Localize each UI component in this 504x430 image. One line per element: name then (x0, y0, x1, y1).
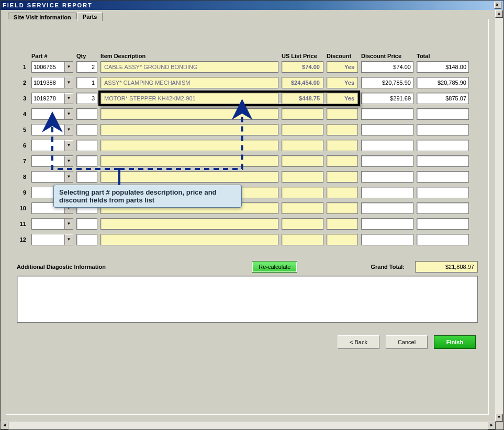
item-description: MOTOR* STEPPER KH42KM2-901 (100, 93, 278, 104)
scroll-up-button[interactable]: ▲ (495, 10, 503, 18)
discount-flag (327, 202, 358, 214)
discount-flag (327, 171, 358, 183)
row-number: 3 (17, 95, 28, 101)
qty-input[interactable] (76, 218, 97, 230)
discount-price-input[interactable] (361, 187, 413, 198)
discount-price-input[interactable] (361, 124, 413, 135)
qty-input[interactable] (76, 108, 97, 120)
part-combo[interactable]: ▼ (31, 93, 73, 104)
qty-input[interactable] (76, 124, 97, 135)
discount-price-input[interactable] (361, 218, 413, 230)
row-total-input[interactable] (417, 234, 469, 245)
tab-parts[interactable]: Parts (77, 12, 103, 21)
chevron-down-icon[interactable]: ▼ (64, 77, 73, 88)
chevron-down-icon[interactable]: ▼ (64, 93, 73, 104)
discount-flag (327, 140, 358, 151)
part-input[interactable] (32, 93, 64, 104)
discount-flag (327, 218, 358, 230)
item-description (100, 171, 278, 183)
chevron-down-icon[interactable]: ▼ (64, 234, 73, 245)
part-combo[interactable]: ▼ (31, 140, 73, 151)
row-total-input[interactable] (417, 171, 469, 183)
chevron-down-icon[interactable]: ▼ (64, 140, 73, 151)
row-total-input[interactable] (417, 108, 469, 120)
col-dprice: Discount Price (361, 53, 413, 61)
hscroll-track[interactable] (8, 422, 488, 429)
part-combo[interactable]: ▼ (31, 218, 73, 230)
list-price (282, 124, 323, 135)
item-description: ASSY* CLAMPING MECHANISM (100, 77, 278, 88)
part-input[interactable] (32, 62, 64, 72)
part-combo[interactable]: ▼ (31, 77, 73, 88)
part-input[interactable] (32, 234, 64, 245)
resize-grip[interactable] (496, 422, 503, 429)
part-input[interactable] (32, 172, 64, 182)
discount-price-input[interactable] (361, 202, 413, 214)
part-combo[interactable]: ▼ (31, 61, 73, 73)
qty-input[interactable] (76, 234, 97, 245)
scroll-left-button[interactable]: ◄ (1, 422, 8, 429)
discount-price-input[interactable] (361, 155, 413, 167)
row-number: 8 (17, 174, 28, 180)
col-desc: Item Description (100, 53, 278, 61)
chevron-down-icon[interactable]: ▼ (64, 109, 73, 119)
row-total-input[interactable] (417, 140, 469, 151)
discount-flag: Yes (327, 93, 358, 104)
discount-price-input[interactable] (361, 234, 413, 245)
part-input[interactable] (32, 125, 64, 135)
discount-price-input[interactable] (361, 108, 413, 120)
back-button[interactable]: < Back (338, 335, 379, 349)
titlebar: FIELD SERVICE REPORT × (1, 1, 503, 10)
discount-price-input[interactable] (361, 93, 413, 104)
scroll-right-button[interactable]: ► (488, 422, 496, 429)
qty-input[interactable] (76, 61, 97, 73)
part-input[interactable] (32, 77, 64, 88)
vscroll-track[interactable] (495, 18, 503, 414)
row-total-input[interactable] (417, 77, 469, 88)
part-input[interactable] (32, 140, 64, 151)
discount-price-input[interactable] (361, 77, 413, 88)
part-combo[interactable]: ▼ (31, 124, 73, 135)
discount-price-input[interactable] (361, 61, 413, 73)
row-number: 6 (17, 142, 28, 149)
qty-input[interactable] (76, 171, 97, 183)
part-input[interactable] (32, 156, 64, 166)
part-input[interactable] (32, 219, 64, 229)
row-total-input[interactable] (417, 93, 469, 104)
scroll-down-button[interactable]: ▼ (495, 414, 503, 422)
chevron-down-icon[interactable]: ▼ (64, 172, 73, 182)
recalculate-button[interactable]: Re-calculate (252, 261, 297, 273)
part-combo[interactable]: ▼ (31, 234, 73, 245)
part-combo[interactable]: ▼ (31, 171, 73, 183)
qty-input[interactable] (76, 140, 97, 151)
row-number: 7 (17, 158, 28, 164)
diagnostic-textarea[interactable] (17, 276, 478, 323)
discount-price-input[interactable] (361, 140, 413, 151)
chevron-down-icon[interactable]: ▼ (64, 62, 73, 72)
qty-input[interactable] (76, 77, 97, 88)
qty-input[interactable] (76, 93, 97, 104)
row-total-input[interactable] (417, 218, 469, 230)
chevron-down-icon[interactable]: ▼ (64, 156, 73, 166)
chevron-down-icon[interactable]: ▼ (64, 219, 73, 229)
discount-flag (327, 155, 358, 167)
item-description (100, 108, 278, 120)
list-price (282, 187, 323, 198)
list-price (282, 140, 323, 151)
discount-price-input[interactable] (361, 171, 413, 183)
finish-button[interactable]: Finish (434, 335, 476, 349)
qty-input[interactable] (76, 155, 97, 167)
cancel-button[interactable]: Cancel (386, 335, 428, 349)
row-total-input[interactable] (417, 187, 469, 198)
part-combo[interactable]: ▼ (31, 155, 73, 167)
part-input[interactable] (32, 109, 64, 119)
row-total-input[interactable] (417, 61, 469, 73)
row-total-input[interactable] (417, 155, 469, 167)
row-total-input[interactable] (417, 124, 469, 135)
close-icon[interactable]: × (494, 2, 501, 9)
col-disc: Discount (327, 53, 358, 61)
row-total-input[interactable] (417, 202, 469, 214)
part-combo[interactable]: ▼ (31, 108, 73, 120)
additional-label: Additional Diagostic Information (17, 264, 106, 270)
chevron-down-icon[interactable]: ▼ (64, 125, 73, 135)
